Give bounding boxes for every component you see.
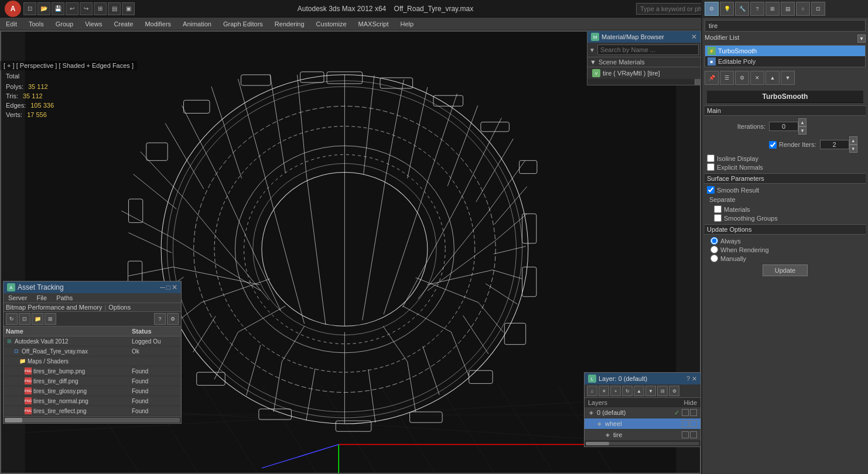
rp-tool-layers-btn[interactable]: ▤	[781, 2, 795, 16]
rp-tool-display-btn[interactable]: 💡	[720, 2, 734, 16]
at-help-btn[interactable]: ?	[154, 313, 166, 325]
at-menu-server[interactable]: Server	[4, 293, 32, 303]
rp-tool-motion-btn[interactable]: ⚙	[705, 2, 719, 16]
ts-materials-checkbox[interactable]	[714, 205, 722, 213]
ts-always-radio[interactable]	[710, 237, 718, 245]
ts-iterations-down-btn[interactable]: ▼	[798, 126, 807, 135]
layers-scrollbar[interactable]	[585, 441, 700, 446]
toolbar-redo-btn[interactable]: ↪	[80, 2, 93, 15]
menu-customize[interactable]: Customize	[310, 18, 353, 30]
menu-edit[interactable]: Edit	[0, 18, 23, 30]
at-row-glossy[interactable]: PNG tires_tire_glossy.png Found	[4, 386, 181, 396]
rp-tool-help-btn[interactable]: ?	[750, 2, 764, 16]
menu-maxscript[interactable]: MAXScript	[353, 18, 395, 30]
layer-default-visibility-box[interactable]	[682, 409, 689, 416]
toolbar-more1-btn[interactable]: ⊞	[94, 2, 107, 15]
at-row-vault[interactable]: ⊞ Autodesk Vault 2012 Logged Ou	[4, 336, 181, 346]
at-row-normal[interactable]: PNG tires_tire_normal.png Found	[4, 396, 181, 406]
rp-tool-utilities-btn[interactable]: 🔧	[735, 2, 749, 16]
mat-browser-close-icon[interactable]: ✕	[691, 33, 697, 41]
mod-pin-btn[interactable]: 📌	[705, 71, 719, 85]
layer-row-default[interactable]: ◈ 0 (default) ✓	[585, 407, 700, 418]
rp-tool-obj-btn[interactable]: ○	[796, 2, 810, 16]
ts-render-down-btn[interactable]: ▼	[849, 145, 857, 153]
toolbar-undo-btn[interactable]: ↩	[66, 2, 78, 15]
at-row-maps-folder[interactable]: 📁 Maps / Shaders	[4, 356, 181, 366]
menu-rendering[interactable]: Rendering	[269, 18, 310, 30]
asset-tracking-close-icon[interactable]: ✕	[172, 283, 177, 291]
mat-browser-titlebar[interactable]: M Material/Map Browser ✕	[587, 31, 700, 43]
ts-manually-radio[interactable]	[710, 255, 718, 262]
ts-render-iters-checkbox[interactable]	[769, 141, 777, 149]
ts-iterations-input[interactable]	[769, 122, 798, 131]
layer-wheel-visibility-box[interactable]	[682, 420, 689, 427]
at-menu-paths[interactable]: Paths	[52, 293, 77, 303]
menu-help[interactable]: Help	[395, 18, 420, 30]
modifier-dropdown-arrow[interactable]: ▼	[857, 35, 866, 43]
ts-render-up-btn[interactable]: ▲	[849, 136, 857, 145]
layers-add-btn[interactable]: +	[610, 386, 621, 396]
ts-when-rendering-radio[interactable]	[710, 246, 718, 253]
toolbar-more3-btn[interactable]: ▣	[122, 2, 135, 15]
at-row-max-file[interactable]: ⊡ Off_Road_Tyre_vray.max Ok	[4, 346, 181, 356]
ts-render-iters-input[interactable]	[820, 140, 849, 149]
at-bitmap-menu[interactable]: Bitmap Performance and Memory	[6, 304, 102, 311]
layers-delete-btn[interactable]: ✕	[599, 386, 609, 396]
at-menu-file[interactable]: File	[32, 293, 52, 303]
layer-row-tire[interactable]: ◈ tire	[585, 430, 700, 441]
menu-animation[interactable]: Animation	[177, 18, 217, 30]
mod-show-all-btn[interactable]: ☰	[720, 71, 734, 85]
mat-browser-scrollbar[interactable]	[587, 79, 700, 85]
modifier-editable-poly-item[interactable]: ■ Editable Poly	[705, 56, 865, 67]
layers-help-icon[interactable]: ?	[686, 375, 690, 382]
asset-tracking-minimize-icon[interactable]: ─	[160, 283, 165, 291]
at-grid-btn[interactable]: ⊞	[45, 313, 56, 325]
layer-tire-render-box[interactable]	[690, 431, 697, 438]
ts-smooth-result-checkbox[interactable]	[707, 186, 715, 194]
layers-refresh-btn[interactable]: ↻	[622, 386, 633, 396]
layers-scroll-thumb[interactable]	[586, 442, 609, 445]
rp-tool-hier-btn[interactable]: ⊡	[811, 2, 825, 16]
toolbar-new-btn[interactable]: ⊡	[23, 2, 36, 15]
layer-row-wheel[interactable]: ◈ wheel	[585, 418, 700, 430]
ts-update-button[interactable]: Update	[763, 265, 808, 276]
mod-move-up-btn[interactable]: ▲	[766, 71, 780, 85]
layers-titlebar[interactable]: L Layer: 0 (default) ? ✕	[585, 373, 700, 384]
layer-default-render-box[interactable]	[690, 409, 697, 416]
toolbar-save-btn[interactable]: 💾	[52, 2, 64, 15]
layer-wheel-render-box[interactable]	[690, 420, 697, 427]
at-options-menu[interactable]: Options	[108, 304, 131, 311]
menu-modifiers[interactable]: Modifiers	[139, 18, 177, 30]
at-folder-btn[interactable]: 📁	[32, 313, 43, 325]
menu-create[interactable]: Create	[108, 18, 139, 30]
at-settings-btn[interactable]: ⚙	[167, 313, 179, 325]
menu-tools[interactable]: Tools	[23, 18, 50, 30]
mat-browser-search-input[interactable]	[597, 44, 699, 55]
toolbar-open-btn[interactable]: 📂	[37, 2, 50, 15]
layers-settings-btn[interactable]: ⚙	[669, 386, 679, 396]
menu-graph-editors[interactable]: Graph Editors	[217, 18, 269, 30]
layer-tire-visibility-box[interactable]	[682, 431, 689, 438]
at-row-bump[interactable]: PNG tires_tire_bump.png Found	[4, 366, 181, 376]
at-row-reflect[interactable]: PNG tires_tire_reflect.png Found	[4, 406, 181, 416]
layers-home-btn[interactable]: ⌂	[587, 386, 597, 396]
asset-tracking-hscrollbar[interactable]	[4, 416, 181, 423]
asset-tracking-titlebar[interactable]: A Asset Tracking ─ □ ✕	[4, 281, 181, 293]
menu-views[interactable]: Views	[79, 18, 108, 30]
modifier-search-input[interactable]	[705, 20, 866, 32]
layers-move-up-btn[interactable]: ▲	[634, 386, 644, 396]
at-refresh-btn[interactable]: ↻	[6, 313, 18, 325]
mat-browser-scene-materials-section[interactable]: ▼ Scene Materials	[587, 57, 700, 67]
asset-tracking-restore-icon[interactable]: □	[166, 283, 170, 291]
layers-collapse-btn[interactable]: ⊟	[657, 386, 668, 396]
at-export-btn[interactable]: ⊡	[19, 313, 30, 325]
mod-config-btn[interactable]: ⚙	[735, 71, 749, 85]
ts-isoline-checkbox[interactable]	[707, 154, 715, 162]
mod-move-dn-btn[interactable]: ▼	[781, 71, 795, 85]
mat-item-tire[interactable]: V tire ( VRayMtl ) [tire]	[587, 67, 698, 79]
layers-close-icon[interactable]: ✕	[692, 375, 697, 383]
at-scrollbar-thumb[interactable]	[5, 418, 22, 423]
ts-explicit-normals-checkbox[interactable]	[707, 163, 715, 171]
mat-browser-scroll-thumb[interactable]	[695, 79, 700, 85]
at-row-diff[interactable]: PNG tires_tire_diff.png Found	[4, 376, 181, 386]
